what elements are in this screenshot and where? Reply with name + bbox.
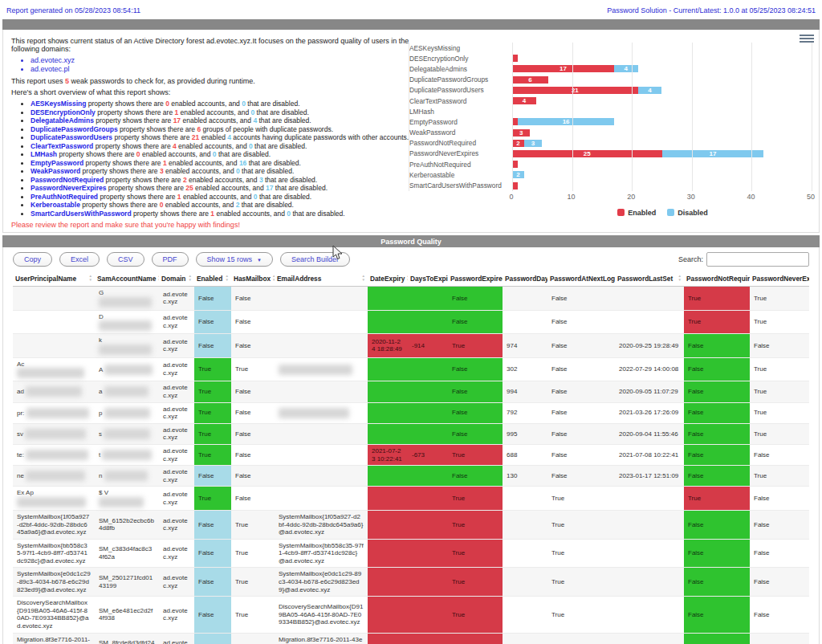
- column-header-passwordneverexpires[interactable]: PasswordNeverExpires▲▼: [750, 271, 809, 287]
- table-row[interactable]: te: t ad.evotec.xyzTrueFalse2021-07-23 1…: [13, 444, 809, 465]
- column-header-enabled[interactable]: Enabled▲▼: [194, 271, 231, 287]
- redacted-text: [99, 497, 144, 507]
- enabled-bar-segment: 2: [512, 140, 524, 147]
- cell: True: [231, 597, 275, 633]
- domain-link[interactable]: ad.evotec.pl: [31, 65, 417, 73]
- chart-category-label: DuplicatePasswordUsers: [409, 86, 512, 94]
- redacted-text: [104, 365, 153, 375]
- pdf-button[interactable]: PDF: [152, 252, 189, 267]
- table-row[interactable]: pr: p ad.evotec.xyzTrueFalseFalse792Fals…: [13, 402, 809, 423]
- enabled-bar-segment: 17: [512, 65, 614, 72]
- summary-text: This report shows current status of an A…: [11, 37, 417, 229]
- table-row[interactable]: DiscoverySearchMailbox {D919BA05-46A6-41…: [13, 597, 809, 633]
- search-input[interactable]: [706, 252, 809, 267]
- column-header-userprincipalname[interactable]: UserPrincipalName▲▼: [13, 271, 95, 287]
- legend-item[interactable]: Enabled: [617, 209, 656, 217]
- excel-button[interactable]: Excel: [59, 252, 100, 267]
- cell: [615, 487, 684, 511]
- cell: 2020-09-05 11:07:29: [615, 381, 684, 402]
- chart-category-row: DuplicatePasswordUsers214: [409, 85, 814, 96]
- cell: ad.evotec.xyz: [159, 402, 194, 423]
- table-row[interactable]: G ad.evotec.xyzFalseFalseFalseFalseTrueT…: [13, 287, 809, 311]
- cell: True: [547, 487, 615, 511]
- cell: False: [231, 423, 275, 444]
- column-header-hasmailbox[interactable]: HasMailbox▲▼: [231, 271, 275, 287]
- cell: Ac: [13, 357, 95, 381]
- column-header-passworddays[interactable]: PasswordDays▲▼: [503, 271, 547, 287]
- password-solution-version-link[interactable]: Password Solution - Current/Latest: 1.0.…: [607, 6, 816, 14]
- table-row[interactable]: ad a ad.evotec.xyzTrueFalseFalse994False…: [13, 381, 809, 402]
- axis-tick-label: 50: [807, 193, 815, 201]
- cell: False: [750, 487, 809, 511]
- column-header-passwordlastset[interactable]: PasswordLastSet▲▼: [615, 271, 684, 287]
- overview-property-name: WeakPassword: [31, 167, 80, 175]
- copy-button[interactable]: Copy: [13, 252, 52, 267]
- disabled-bar-segment: 3: [524, 140, 542, 147]
- cell: True: [684, 287, 750, 311]
- cell: k: [95, 334, 159, 358]
- chart-category-label: EmptyPassword: [409, 118, 512, 126]
- chart-category-label: Kerberoastable: [409, 171, 512, 179]
- cell: 2023-01-17 12:51:09: [615, 466, 684, 487]
- table-row[interactable]: Migration.8f3e7716-2011-43e4-96b1-aba62d…: [13, 633, 809, 644]
- column-header-passwordexpired[interactable]: PasswordExpired▲▼: [448, 271, 503, 287]
- column-header-passwordatnextlogon[interactable]: PasswordAtNextLogon▲▼: [547, 271, 615, 287]
- chart-category-label: PreAuthNotRequired: [409, 161, 512, 169]
- chart-bar: 174: [512, 65, 638, 72]
- cell: 2020-09-04 11:55:46: [615, 423, 684, 444]
- cell: ad.evotec.xyz: [159, 287, 194, 311]
- cell: [13, 310, 95, 334]
- cell: False: [231, 334, 275, 358]
- report-generated-link[interactable]: Report generated on 05/28/2023 08:54:11: [6, 6, 140, 14]
- cell: True: [448, 539, 503, 568]
- table-row[interactable]: Ac A ad.evotec.xyzTrueTrueFalse302False2…: [13, 357, 809, 381]
- axis-tick-label: 10: [568, 193, 576, 201]
- cell: 2021-03-26 17:26:09: [615, 402, 684, 423]
- cell: False: [750, 633, 809, 644]
- cell: True: [194, 423, 231, 444]
- table-row[interactable]: SystemMailbox{bb558c35-97f1-4cb9-8ff7-d5…: [13, 539, 809, 568]
- sort-icon: ▲▼: [678, 275, 682, 283]
- table-row[interactable]: SystemMailbox{e0dc1c29-89c3-4034-b678-e6…: [13, 568, 809, 597]
- column-header-emailaddress[interactable]: EmailAddress▲▼: [275, 271, 368, 287]
- table-row[interactable]: D ad.evotec.xyzFalseFalseFalseFalseTrueT…: [13, 310, 809, 334]
- cell: ad.evotec.xyz: [159, 310, 194, 334]
- cell: ad.evotec.xyz: [159, 357, 194, 381]
- search-builder-button[interactable]: Search Builder: [280, 252, 350, 267]
- cell: True: [547, 597, 615, 633]
- csv-button[interactable]: CSV: [107, 252, 144, 267]
- column-header-domain[interactable]: Domain▲▼: [159, 271, 194, 287]
- overview-item: DuplicatePasswordGroups property shows t…: [31, 125, 417, 134]
- cell: [615, 568, 684, 597]
- table-row[interactable]: k ad.evotec.xyzFalseFalse2020-11-24 18:2…: [13, 334, 809, 358]
- cell: False: [547, 287, 615, 311]
- cell: False: [684, 633, 750, 644]
- cell: DiscoverySearchMailbox{D919BA05-46A6-415…: [275, 597, 368, 633]
- table-row[interactable]: SystemMailbox{1f05a927-d2bf-4ddc-92db-28…: [13, 510, 809, 539]
- domain-link[interactable]: ad.evotec.xyz: [31, 56, 417, 64]
- page-length-dropdown[interactable]: Show 15 rows▼: [196, 252, 273, 267]
- overview-item: DelegatableAdmins property shows there a…: [31, 116, 417, 125]
- table-row[interactable]: sv s ad.evotec.xyzTrueFalseFalse995False…: [13, 423, 809, 444]
- cell: True: [684, 310, 750, 334]
- cell: [368, 423, 408, 444]
- legend-item[interactable]: Disabled: [667, 209, 708, 217]
- cell: [615, 597, 684, 633]
- cell: [368, 466, 408, 487]
- column-header-passwordnotrequired[interactable]: PasswordNotRequired▲▼: [684, 271, 750, 287]
- column-header-dateexpiry[interactable]: DateExpiry▲▼: [368, 271, 408, 287]
- cell: 2021-07-08 10:22:41: [615, 444, 684, 465]
- cell: False: [750, 597, 809, 633]
- domain-list: ad.evotec.xyzad.evotec.pl: [31, 56, 417, 73]
- column-header-samaccountname[interactable]: SamAccountName▲▼: [95, 271, 159, 287]
- table-row[interactable]: Ex Ap $ V ad.evotec.xyzTrueFalseTrueTrue…: [13, 487, 809, 511]
- cell: True: [684, 487, 750, 511]
- cell: [368, 539, 408, 568]
- cell: [408, 539, 448, 568]
- table-row[interactable]: ne n ad.evotec.xyzFalseFalseFalse130Fals…: [13, 466, 809, 487]
- cell: [275, 466, 368, 487]
- cell: True: [750, 423, 809, 444]
- cell: [13, 287, 95, 311]
- column-header-daystoexpire[interactable]: DaysToExpire▲▼: [408, 271, 448, 287]
- disabled-bar-segment: 4: [614, 65, 638, 72]
